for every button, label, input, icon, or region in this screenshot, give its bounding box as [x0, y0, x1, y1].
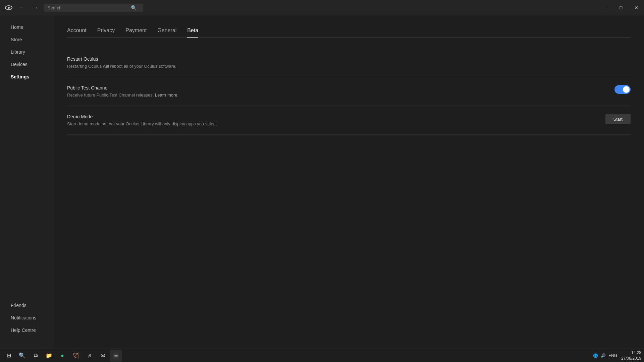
restart-oculus-desc: Restarting Oculus will reboot all of you… [67, 64, 631, 69]
learn-more-link[interactable]: Learn more. [155, 93, 178, 98]
restart-oculus-section: Restart Oculus Restarting Oculus will re… [67, 48, 631, 77]
sidebar-item-home[interactable]: Home [3, 21, 51, 33]
sidebar-item-notifications[interactable]: Notifications [3, 312, 51, 324]
search-input[interactable] [48, 5, 128, 10]
public-test-channel-desc-text: Receive future Public Test Channel relea… [67, 93, 154, 98]
taskbar-language: ENG [608, 353, 617, 358]
tab-beta[interactable]: Beta [187, 27, 198, 38]
taskbar-volume-icon: 🔊 [601, 353, 606, 358]
taskbar-network-icon: 🌐 [593, 353, 598, 358]
taskbar-explorer-icon[interactable]: 📁 [43, 350, 55, 362]
taskbar-oculus-taskbar-icon[interactable] [110, 350, 122, 362]
sidebar-item-help-centre[interactable]: Help Centre [3, 324, 51, 336]
titlebar-left: ← → 🔍 [0, 3, 143, 12]
search-icon: 🔍 [131, 5, 137, 10]
search-bar: 🔍 [44, 4, 143, 12]
forward-button[interactable]: → [31, 3, 40, 12]
sidebar-top: Home Store Library Devices Settings [0, 21, 54, 299]
main-layout: Home Store Library Devices Settings Frie… [0, 15, 644, 349]
tab-privacy[interactable]: Privacy [97, 27, 115, 38]
sidebar: Home Store Library Devices Settings Frie… [0, 15, 54, 349]
taskbar: ⊞ 🔍 ⧉ 📁 ● 🏹 ♬ ✉ 🌐 🔊 ENG 14:28 27/08/2019 [0, 349, 644, 362]
public-test-channel-section: Public Test Channel Receive future Publi… [67, 77, 631, 106]
window-controls: ─ □ ✕ [598, 0, 644, 15]
svg-point-1 [8, 7, 10, 9]
tab-account[interactable]: Account [67, 27, 87, 38]
public-test-channel-title: Public Test Channel [67, 85, 601, 90]
taskbar-sys-icons: 🌐 🔊 ENG [593, 353, 617, 358]
taskbar-search-icon[interactable]: 🔍 [16, 350, 28, 362]
titlebar: ← → 🔍 ─ □ ✕ [0, 0, 644, 15]
taskbar-time-value: 14:28 [621, 350, 641, 356]
toggle-track [614, 85, 631, 94]
taskbar-right: 🌐 🔊 ENG 14:28 27/08/2019 [593, 350, 641, 361]
sidebar-item-store[interactable]: Store [3, 34, 51, 46]
tab-general[interactable]: General [157, 27, 176, 38]
public-test-channel-info: Public Test Channel Receive future Publi… [67, 85, 601, 98]
taskbar-audio-icon[interactable]: ♬ [83, 350, 95, 362]
tab-payment[interactable]: Payment [125, 27, 147, 38]
oculus-logo [4, 3, 13, 12]
minimize-button[interactable]: ─ [598, 0, 613, 15]
svg-point-4 [115, 355, 117, 356]
toggle-thumb [623, 86, 630, 93]
maximize-button[interactable]: □ [613, 0, 629, 15]
sidebar-item-friends[interactable]: Friends [3, 299, 51, 311]
taskbar-left: ⊞ 🔍 ⧉ 📁 ● 🏹 ♬ ✉ [3, 350, 122, 362]
taskbar-clock: 14:28 27/08/2019 [621, 350, 641, 361]
back-button[interactable]: ← [17, 3, 27, 12]
demo-mode-start-button[interactable]: Start [605, 114, 631, 124]
sidebar-bottom: Friends Notifications Help Centre [0, 299, 54, 343]
demo-mode-control: Start [605, 114, 631, 124]
taskbar-taskview-icon[interactable]: ⧉ [30, 350, 42, 362]
public-test-channel-control [614, 85, 631, 94]
public-test-channel-toggle[interactable] [614, 85, 631, 94]
taskbar-chrome-icon[interactable]: ● [56, 350, 68, 362]
sidebar-item-settings[interactable]: Settings [3, 71, 51, 83]
sidebar-item-devices[interactable]: Devices [3, 58, 51, 70]
taskbar-edge-icon[interactable]: 🏹 [70, 350, 82, 362]
taskbar-start-icon[interactable]: ⊞ [3, 350, 15, 362]
close-button[interactable]: ✕ [629, 0, 644, 15]
settings-tabs: Account Privacy Payment General Beta [67, 15, 631, 38]
restart-oculus-info: Restart Oculus Restarting Oculus will re… [67, 56, 631, 69]
demo-mode-section: Demo Mode Start demo mode so that your O… [67, 106, 631, 135]
taskbar-mail-icon[interactable]: ✉ [97, 350, 109, 362]
content-area: Account Privacy Payment General Beta Res… [54, 15, 644, 349]
public-test-channel-desc: Receive future Public Test Channel relea… [67, 93, 601, 98]
demo-mode-title: Demo Mode [67, 114, 592, 119]
sidebar-item-library[interactable]: Library [3, 46, 51, 58]
restart-oculus-title: Restart Oculus [67, 56, 631, 62]
demo-mode-info: Demo Mode Start demo mode so that your O… [67, 114, 592, 126]
demo-mode-desc: Start demo mode so that your Oculus Libr… [67, 121, 592, 126]
taskbar-date-value: 27/08/2019 [621, 356, 641, 361]
